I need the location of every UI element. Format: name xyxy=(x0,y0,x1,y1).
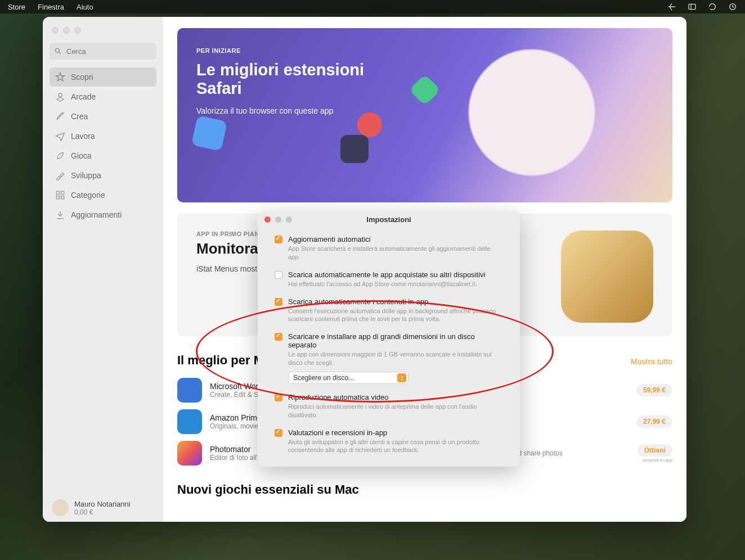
arcade-icon xyxy=(55,92,65,102)
checkbox[interactable] xyxy=(275,429,282,437)
setting-hint: Aiuta gli sviluppatori e gli altri utent… xyxy=(288,438,503,455)
app-icon xyxy=(177,409,202,434)
setting-hint: Hai effettuato l'accesso ad App Store co… xyxy=(288,280,503,288)
setting-label: Aggiornamenti automatici xyxy=(288,235,371,243)
sidebar-item-categories[interactable]: Categorie xyxy=(50,186,156,205)
setting-autoplay: Riproduzione automatica video Riproduci … xyxy=(275,393,503,419)
sidebar-item-label: Sviluppa xyxy=(71,171,101,180)
setting-label: Scarica automaticamente i contenuti in-a… xyxy=(288,297,428,306)
price-button[interactable]: 59,99 € xyxy=(636,384,672,396)
traffic-lights[interactable] xyxy=(52,27,156,34)
search-icon xyxy=(54,47,62,55)
setting-auto-download-purchased: Scarica automaticamente le app acquistat… xyxy=(275,270,503,288)
setting-label: Scaricare e installare app di grandi dim… xyxy=(288,332,503,349)
rocket-icon xyxy=(55,151,65,161)
user-block[interactable]: Mauro Notarianni 0,00 € xyxy=(50,496,156,516)
menubar-icon-1[interactable] xyxy=(667,2,676,11)
sidebar-item-label: Categorie xyxy=(71,191,105,200)
sidebar-item-discover[interactable]: Scopri xyxy=(50,67,156,87)
show-all-link[interactable]: Mostra tutto xyxy=(631,357,672,366)
svg-point-5 xyxy=(59,93,62,97)
menubar-icon-refresh[interactable] xyxy=(708,2,717,11)
zoom-icon xyxy=(286,216,292,223)
menu-store[interactable]: Store xyxy=(8,3,25,11)
modal-titlebar: Impostazioni xyxy=(258,211,520,227)
sidebar-item-arcade[interactable]: Arcade xyxy=(50,87,156,106)
sidebar-item-create[interactable]: Crea xyxy=(50,107,156,126)
modal-title: Impostazioni xyxy=(258,215,520,224)
brush-icon xyxy=(55,111,65,121)
svg-line-4 xyxy=(59,52,61,54)
menu-help[interactable]: Aiuto xyxy=(77,3,93,11)
modal-traffic-lights[interactable] xyxy=(264,216,292,223)
user-balance: 0,00 € xyxy=(74,508,131,516)
minimize-icon xyxy=(275,216,281,223)
sidebar: Scopri Arcade Crea Lavora Gioca Sviluppa… xyxy=(43,17,163,522)
svg-rect-0 xyxy=(689,4,695,9)
svg-rect-6 xyxy=(56,191,59,194)
svg-rect-7 xyxy=(61,191,64,194)
hero-subtitle: Valorizza il tuo browser con queste app xyxy=(196,106,653,115)
app-icon xyxy=(177,378,202,403)
menu-window[interactable]: Finestra xyxy=(38,3,64,11)
menubar-icon-panel[interactable] xyxy=(688,2,697,11)
sidebar-item-label: Scopri xyxy=(71,73,93,82)
sidebar-item-label: Gioca xyxy=(71,151,92,160)
sidebar-item-play[interactable]: Gioca xyxy=(50,146,156,165)
svg-rect-9 xyxy=(61,196,64,199)
setting-hint: App Store scaricherà e installerà automa… xyxy=(288,245,503,261)
setting-hint: Riproduci automaticamente i video di ant… xyxy=(288,403,503,419)
checkbox[interactable] xyxy=(275,271,282,279)
svg-rect-8 xyxy=(56,196,59,199)
menubar-icon-clock[interactable] xyxy=(728,2,737,11)
sidebar-item-label: Aggiornamenti xyxy=(71,210,122,219)
hero-eyebrow: PER INIZIARE xyxy=(196,47,653,54)
grid-icon xyxy=(55,190,65,200)
hammer-icon xyxy=(55,170,65,180)
download-icon xyxy=(55,210,65,220)
chevron-updown-icon xyxy=(397,373,406,382)
checkbox[interactable] xyxy=(275,333,282,341)
sidebar-item-label: Crea xyxy=(71,112,88,121)
iap-note: Acquisti in-app xyxy=(643,458,672,463)
sidebar-item-label: Lavora xyxy=(71,132,95,141)
search-input[interactable] xyxy=(50,43,156,60)
app-icon xyxy=(177,441,202,466)
checkbox[interactable] xyxy=(275,298,282,306)
settings-modal: Impostazioni Aggiornamenti automatici Ap… xyxy=(258,211,520,467)
disk-select[interactable]: Scegliere un disco... xyxy=(288,372,409,384)
featured-app-icon xyxy=(561,231,653,323)
close-icon[interactable] xyxy=(264,216,271,223)
menubar: Store Finestra Aiuto xyxy=(0,0,745,13)
sidebar-nav: Scopri Arcade Crea Lavora Gioca Sviluppa… xyxy=(50,67,156,225)
setting-label: Scarica automaticamente le app acquistat… xyxy=(288,270,485,279)
setting-hint: Le app con dimensioni maggiori di 1 GB v… xyxy=(288,350,503,367)
setting-auto-download-inapp: Scarica automaticamente i contenuti in-a… xyxy=(275,297,503,324)
sidebar-item-label: Arcade xyxy=(71,92,96,101)
setting-large-app-separate-disk: Scaricare e installare app di grandi dim… xyxy=(275,332,503,384)
sidebar-item-updates[interactable]: Aggiornamenti xyxy=(50,205,156,224)
setting-label: Valutazioni e recensioni in-app xyxy=(288,428,387,437)
get-button[interactable]: Ottieni xyxy=(638,444,672,457)
star-icon xyxy=(55,72,65,82)
price-button[interactable]: 27,99 € xyxy=(636,416,672,428)
user-name: Mauro Notarianni xyxy=(74,500,131,508)
hero-banner[interactable]: PER INIZIARE Le migliori estensioni Safa… xyxy=(177,28,672,202)
avatar xyxy=(52,499,69,516)
disk-select-label: Scegliere un disco... xyxy=(293,374,354,382)
section-title-2: Nuovi giochi essenziali su Mac xyxy=(177,482,672,497)
setting-hint: Consenti l'esecuzione automatica delle a… xyxy=(288,307,503,324)
svg-point-3 xyxy=(55,48,59,52)
setting-auto-updates: Aggiornamenti automatici App Store scari… xyxy=(275,235,503,261)
checkbox[interactable] xyxy=(275,236,282,243)
sidebar-item-work[interactable]: Lavora xyxy=(50,127,156,146)
checkbox[interactable] xyxy=(275,394,282,401)
hero-title: Le migliori estensioni Safari xyxy=(196,61,365,98)
setting-label: Riproduzione automatica video xyxy=(288,393,389,401)
sidebar-item-develop[interactable]: Sviluppa xyxy=(50,166,156,185)
plane-icon xyxy=(55,131,65,141)
setting-ratings-reviews: Valutazioni e recensioni in-app Aiuta gl… xyxy=(275,428,503,455)
